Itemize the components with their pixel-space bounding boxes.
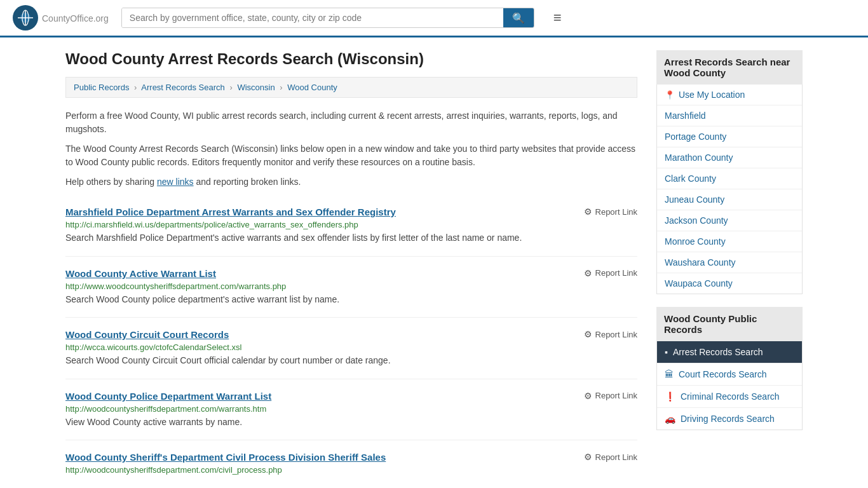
result-header: Wood County Police Department Warrant Li…: [65, 391, 637, 402]
page-title: Wood County Arrest Records Search (Wisco…: [65, 50, 637, 68]
record-icon-3: 🚗: [665, 414, 675, 424]
nearby-county-item-2[interactable]: Marathon County: [657, 147, 802, 168]
result-desc-0: Search Marshfield Police Department's ac…: [65, 232, 637, 245]
result-header: Wood County Sheriff's Department Civil P…: [65, 452, 637, 463]
location-pin-icon: 📍: [665, 90, 675, 100]
report-label-3: Report Link: [595, 391, 637, 400]
breadcrumb-arrest-records[interactable]: Arrest Records Search: [141, 83, 225, 92]
result-title-1[interactable]: Wood County Active Warrant List: [65, 268, 216, 279]
result-url-1: http://www.woodcountysheriffsdepartment.…: [65, 281, 637, 291]
search-icon: 🔍: [512, 13, 525, 24]
result-header: Marshfield Police Department Arrest Warr…: [65, 207, 637, 217]
use-my-location-link[interactable]: 📍 Use My Location: [657, 85, 802, 105]
breadcrumb-public-records[interactable]: Public Records: [74, 83, 129, 92]
report-label-1: Report Link: [595, 268, 637, 278]
content-area: Wood County Arrest Records Search (Wisco…: [65, 50, 637, 488]
breadcrumb-wood-county[interactable]: Wood County: [287, 83, 337, 92]
report-link-3[interactable]: ⚙ Report Link: [584, 391, 637, 401]
nearby-county-link-7[interactable]: Waushara County: [657, 252, 802, 273]
result-desc-2: Search Wood County Circuit Court officia…: [65, 355, 637, 367]
nearby-county-link-2[interactable]: Marathon County: [657, 147, 802, 168]
result-item: Wood County Sheriff's Department Civil P…: [65, 440, 637, 488]
main-container: Wood County Arrest Records Search (Wisco…: [53, 37, 815, 488]
nearby-county-item-5[interactable]: Jackson County: [657, 210, 802, 231]
record-link-item-3[interactable]: 🚗 Driving Records Search: [657, 408, 802, 430]
nearby-county-item-8[interactable]: Waupaca County: [657, 273, 802, 294]
breadcrumb-wisconsin[interactable]: Wisconsin: [237, 83, 275, 92]
logo-text: CountyOffice.org: [42, 11, 109, 25]
result-desc-3: View Wood County active warrants by name…: [65, 416, 637, 429]
nearby-county-item-4[interactable]: Juneau County: [657, 189, 802, 210]
nearby-section-title: Arrest Records Search near Wood County: [656, 50, 803, 85]
result-item: Wood County Circuit Court Records ⚙ Repo…: [65, 318, 637, 379]
report-link-1[interactable]: ⚙ Report Link: [584, 268, 637, 278]
record-label-0: Arrest Records Search: [673, 347, 763, 357]
result-header: Wood County Circuit Court Records ⚙ Repo…: [65, 329, 637, 340]
nearby-county-item-3[interactable]: Clark County: [657, 168, 802, 189]
record-link-item-1[interactable]: 🏛 Court Records Search: [657, 363, 802, 386]
logo[interactable]: CountyOffice.org: [13, 5, 109, 30]
nearby-county-item-1[interactable]: Portage County: [657, 126, 802, 147]
result-url-3: http://woodcountysheriffsdepartment.com/…: [65, 404, 637, 414]
records-list: ▪ Arrest Records Search 🏛 Court Records …: [656, 341, 803, 430]
record-link-3[interactable]: 🚗 Driving Records Search: [657, 408, 802, 430]
nearby-county-link-8[interactable]: Waupaca County: [657, 273, 802, 294]
report-link-4[interactable]: ⚙ Report Link: [584, 452, 637, 462]
record-link-item-2[interactable]: ❗ Criminal Records Search: [657, 386, 802, 408]
menu-icon[interactable]: ≡: [553, 10, 562, 26]
record-link-0[interactable]: ▪ Arrest Records Search: [657, 341, 802, 363]
nearby-county-item-7[interactable]: Waushara County: [657, 252, 802, 273]
search-input[interactable]: [122, 8, 503, 27]
nearby-county-link-1[interactable]: Portage County: [657, 126, 802, 147]
record-label-1: Court Records Search: [679, 369, 767, 379]
logo-icon: [13, 5, 38, 30]
record-icon-2: ❗: [665, 391, 675, 402]
result-desc-1: Search Wood County police department's a…: [65, 294, 637, 306]
result-url-2: http://wcca.wicourts.gov/ctofcCalendarSe…: [65, 342, 637, 352]
nearby-county-item-0[interactable]: Marshfield: [657, 105, 802, 126]
report-icon-0: ⚙: [584, 207, 592, 217]
nearby-county-link-6[interactable]: Monroe County: [657, 231, 802, 252]
record-link-2[interactable]: ❗ Criminal Records Search: [657, 386, 802, 407]
header: CountyOffice.org 🔍 ≡: [0, 0, 868, 37]
record-icon-0: ▪: [665, 347, 668, 357]
sidebar: Arrest Records Search near Wood County 📍…: [656, 50, 803, 488]
result-title-3[interactable]: Wood County Police Department Warrant Li…: [65, 391, 271, 402]
report-icon-3: ⚙: [584, 391, 592, 401]
public-records-section-title: Wood County Public Records: [656, 307, 803, 341]
result-item: Wood County Active Warrant List ⚙ Report…: [65, 257, 637, 318]
result-url-4: http://woodcountysheriffsdepartment.com/…: [65, 465, 637, 475]
record-label-3: Driving Records Search: [681, 414, 775, 424]
nearby-county-link-0[interactable]: Marshfield: [657, 105, 802, 126]
result-title-0[interactable]: Marshfield Police Department Arrest Warr…: [65, 207, 396, 217]
result-title-4[interactable]: Wood County Sheriff's Department Civil P…: [65, 452, 386, 463]
result-title-2[interactable]: Wood County Circuit Court Records: [65, 329, 229, 340]
result-header: Wood County Active Warrant List ⚙ Report…: [65, 268, 637, 279]
description-para1: Perform a free Wood County, WI public ar…: [65, 109, 637, 136]
record-link-item-0[interactable]: ▪ Arrest Records Search: [657, 341, 802, 363]
record-link-1[interactable]: 🏛 Court Records Search: [657, 363, 802, 385]
search-bar: 🔍: [121, 8, 534, 28]
results-container: Marshfield Police Department Arrest Warr…: [65, 195, 637, 488]
report-link-0[interactable]: ⚙ Report Link: [584, 207, 637, 217]
breadcrumb: Public Records › Arrest Records Search ›…: [65, 77, 637, 98]
search-button[interactable]: 🔍: [503, 8, 534, 27]
description-para2: The Wood County Arrest Records Search (W…: [65, 142, 637, 169]
description-para3: Help others by sharing new links and rep…: [65, 175, 637, 189]
record-label-2: Criminal Records Search: [681, 391, 780, 402]
result-item: Wood County Police Department Warrant Li…: [65, 379, 637, 441]
nearby-county-item-6[interactable]: Monroe County: [657, 231, 802, 252]
report-link-2[interactable]: ⚙ Report Link: [584, 329, 637, 339]
result-url-0: http://ci.marshfield.wi.us/departments/p…: [65, 220, 637, 229]
nearby-list: 📍 Use My Location MarshfieldPortage Coun…: [656, 85, 803, 294]
new-links-link[interactable]: new links: [157, 177, 194, 187]
nearby-county-link-5[interactable]: Jackson County: [657, 210, 802, 231]
report-label-4: Report Link: [595, 452, 637, 462]
use-my-location-item[interactable]: 📍 Use My Location: [657, 85, 802, 105]
report-icon-4: ⚙: [584, 452, 592, 462]
nearby-county-link-4[interactable]: Juneau County: [657, 189, 802, 210]
report-label-2: Report Link: [595, 330, 637, 339]
report-icon-1: ⚙: [584, 268, 592, 278]
nearby-county-link-3[interactable]: Clark County: [657, 168, 802, 189]
report-label-0: Report Link: [595, 207, 637, 217]
